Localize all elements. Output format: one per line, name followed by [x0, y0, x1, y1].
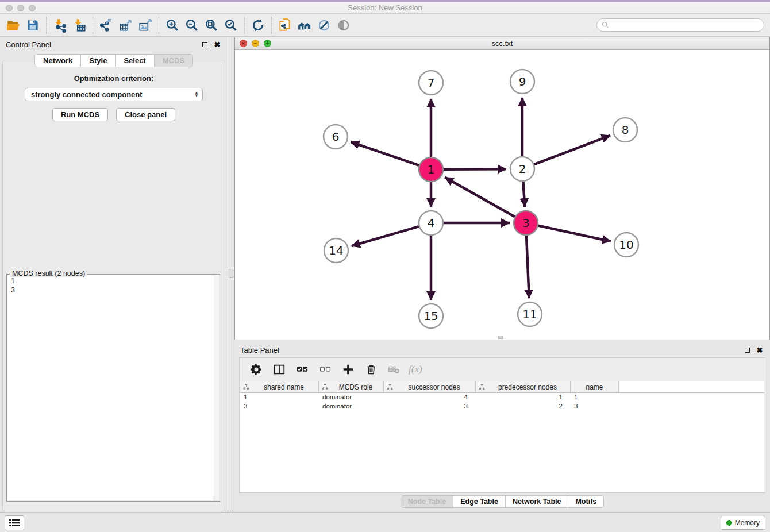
- table-cell[interactable]: 1: [476, 393, 571, 402]
- table-toolbar: f(x): [240, 358, 765, 381]
- export-network-icon[interactable]: [97, 16, 116, 34]
- splitter-grip[interactable]: [229, 269, 233, 278]
- edge-1-6[interactable]: [351, 142, 419, 165]
- tab-select[interactable]: Select: [116, 55, 154, 67]
- task-history-button[interactable]: [5, 515, 24, 530]
- table-cell[interactable]: 4: [384, 393, 476, 402]
- network-canvas[interactable]: 7968124314101511: [235, 50, 769, 340]
- table-row[interactable]: 3dominator323: [240, 402, 764, 411]
- hide-selection-icon[interactable]: [314, 16, 334, 34]
- edge-4-14[interactable]: [352, 226, 419, 246]
- close-table-panel-button[interactable]: ✖: [755, 345, 764, 354]
- tab-motifs[interactable]: Motifs: [568, 496, 603, 507]
- export-image-icon[interactable]: [136, 16, 155, 34]
- save-session-icon[interactable]: [23, 16, 43, 34]
- memory-status-icon: [726, 520, 732, 526]
- float-panel-button[interactable]: [200, 40, 209, 49]
- delete-table-icon[interactable]: [386, 361, 403, 378]
- memory-label: Memory: [735, 519, 760, 527]
- edge-2-8[interactable]: [534, 136, 610, 164]
- mcds-result-list[interactable]: 13: [7, 275, 219, 500]
- node-table[interactable]: shared nameMCDS rolesuccessor nodesprede…: [240, 381, 764, 492]
- function-builder-icon[interactable]: f(x): [409, 364, 422, 375]
- close-panel-button-2[interactable]: Close panel: [116, 108, 175, 121]
- canvas-resize-grip[interactable]: [498, 336, 503, 339]
- import-network-icon[interactable]: [50, 16, 70, 34]
- column-header-name[interactable]: name: [571, 381, 619, 392]
- zoom-out-icon[interactable]: [182, 16, 202, 34]
- main-toolbar: [0, 14, 770, 37]
- select-all-checkboxes-icon[interactable]: [294, 361, 311, 378]
- node-label-10: 10: [619, 238, 633, 252]
- zoom-in-icon[interactable]: [163, 16, 182, 34]
- table-cell[interactable]: 2: [476, 402, 571, 411]
- tab-edge-table[interactable]: Edge Table: [453, 496, 506, 507]
- edge-2-3[interactable]: [523, 182, 525, 207]
- column-tree-icon: [322, 384, 328, 390]
- node-label-1: 1: [428, 163, 435, 176]
- tab-style[interactable]: Style: [81, 55, 116, 67]
- column-header-predecessor-nodes[interactable]: predecessor nodes: [476, 381, 571, 392]
- edge-3-11[interactable]: [526, 236, 529, 298]
- deselect-all-checkboxes-icon[interactable]: [317, 361, 334, 378]
- delete-columns-icon[interactable]: [363, 361, 380, 378]
- float-table-panel-button[interactable]: [742, 345, 752, 354]
- table-panel: Table Panel ✖: [234, 342, 770, 511]
- search-icon: [602, 21, 609, 29]
- graphics-details-icon[interactable]: [334, 16, 353, 34]
- column-header-successor-nodes[interactable]: successor nodes: [384, 381, 476, 392]
- apply-layout-icon[interactable]: [248, 16, 268, 34]
- node-label-7: 7: [428, 76, 435, 90]
- table-settings-icon[interactable]: [248, 361, 265, 378]
- tab-network[interactable]: Network: [35, 55, 81, 67]
- table-cell[interactable]: 3: [571, 402, 619, 411]
- toolbar-separator: [271, 17, 272, 34]
- column-header-MCDS-role[interactable]: MCDS role: [319, 381, 384, 392]
- table-cell[interactable]: 3: [240, 402, 319, 411]
- edge-3-1[interactable]: [445, 178, 514, 217]
- network-window-titlebar[interactable]: × − + scc.txt: [235, 37, 769, 50]
- first-neighbors-icon[interactable]: [295, 16, 314, 34]
- duplicate-network-icon[interactable]: [275, 16, 295, 34]
- table-tabs: Node TableEdge TableNetwork TableMotifs: [234, 495, 770, 508]
- toolbar-separator: [46, 17, 47, 34]
- table-row[interactable]: 1dominator411: [240, 393, 764, 402]
- export-table-icon[interactable]: [116, 16, 136, 34]
- table-cell[interactable]: dominator: [319, 393, 384, 402]
- memory-button[interactable]: Memory: [721, 516, 765, 530]
- search-input[interactable]: [596, 18, 764, 32]
- run-mcds-button[interactable]: Run MCDS: [52, 108, 108, 121]
- open-session-icon[interactable]: [3, 16, 23, 34]
- mcds-result-line: 1: [11, 276, 219, 286]
- edge-3-10[interactable]: [538, 226, 610, 241]
- table-cell[interactable]: 1: [571, 393, 619, 402]
- vertical-splitter[interactable]: [228, 37, 234, 512]
- criterion-select[interactable]: strongly connected component ▲▼: [25, 88, 203, 101]
- table-cell[interactable]: 3: [384, 402, 476, 411]
- toolbar-separator: [244, 17, 245, 34]
- table-cell[interactable]: 1: [240, 393, 319, 402]
- column-header-shared-name[interactable]: shared name: [240, 381, 319, 392]
- import-table-icon[interactable]: [70, 16, 89, 34]
- tab-node-table[interactable]: Node Table: [401, 496, 453, 507]
- node-label-15: 15: [424, 309, 438, 323]
- tab-mcds[interactable]: MCDS: [155, 55, 192, 67]
- table-header-row: shared nameMCDS rolesuccessor nodesprede…: [240, 381, 764, 393]
- tab-network-table[interactable]: Network Table: [506, 496, 569, 507]
- table-panel-title: Table Panel: [240, 346, 279, 354]
- node-label-9: 9: [519, 75, 526, 88]
- edge-1-2[interactable]: [444, 169, 506, 169]
- attribute-browser: f(x) shared nameMCDS rolesuccessor nodes…: [239, 357, 765, 493]
- table-cell[interactable]: dominator: [319, 402, 384, 411]
- optimization-criterion-label: Optimization criterion:: [3, 74, 225, 83]
- close-panel-button[interactable]: ✖: [213, 40, 222, 49]
- titlebar[interactable]: Session: New Session: [0, 2, 770, 14]
- network-graph[interactable]: 7968124314101511: [235, 50, 769, 338]
- create-column-icon[interactable]: [340, 361, 357, 378]
- zoom-selected-icon[interactable]: [221, 16, 241, 34]
- zoom-fit-icon[interactable]: [202, 16, 221, 34]
- select-stepper-icon: ▲▼: [194, 92, 199, 97]
- window-title: Session: New Session: [0, 3, 770, 12]
- mcds-result-scrollbar[interactable]: [213, 275, 219, 500]
- split-panel-icon[interactable]: [271, 361, 288, 378]
